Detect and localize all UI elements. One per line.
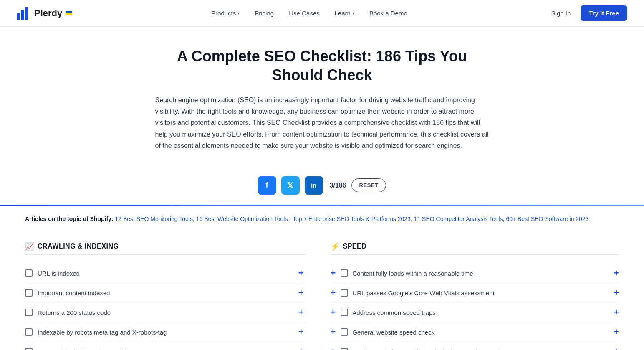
expand-speed-2-right[interactable]: + — [609, 288, 619, 297]
logo-icon — [17, 7, 32, 20]
crawling-item-2: Important content indexed + — [25, 283, 306, 303]
main-content: 📈 CRAWLING & INDEXING URL is indexed + I… — [0, 232, 644, 350]
checkbox-core-web-vitals[interactable] — [341, 289, 348, 297]
item-label-desktop-speed: Desktop website Speed Checks in the Sear… — [352, 348, 609, 350]
article-link-2[interactable]: 16 Best Website Optimization Tools — [196, 216, 288, 222]
hero-description: Search engine optimization (SEO) is an i… — [155, 94, 489, 151]
item-label-robots-txt: URL not blocked by robots.txt file — [38, 348, 292, 350]
expand-important-content[interactable]: + — [297, 288, 306, 297]
reset-button[interactable]: RESET — [351, 178, 386, 192]
crawling-icon: 📈 — [25, 242, 34, 251]
crawling-indexing-section: 📈 CRAWLING & INDEXING URL is indexed + I… — [25, 242, 322, 350]
expand-url-indexed[interactable]: + — [297, 269, 306, 278]
sign-in-button[interactable]: Sign In — [546, 6, 576, 20]
expand-speed-2-left[interactable]: + — [331, 288, 341, 297]
article-link-1[interactable]: 12 Best SEO Monitoring Tools — [115, 216, 193, 222]
expand-200-status[interactable]: + — [297, 308, 306, 317]
item-label-200-status: Returns a 200 status code — [38, 309, 292, 316]
article-link-4[interactable]: 11 SEO Competitor Analysis Tools — [414, 216, 503, 222]
item-label-robots-meta: Indexable by robots meta tag and X-robot… — [38, 329, 292, 336]
articles-label: Articles on the topic of Shopify: — [25, 216, 114, 222]
hero-section: A Complete SEO Checklist: 186 Tips You S… — [134, 27, 510, 165]
crawling-item-5: URL not blocked by robots.txt file + — [25, 342, 306, 350]
speed-item-3: + Address common speed traps + — [331, 303, 619, 322]
twitter-share-button[interactable]: 𝕏 — [281, 176, 300, 195]
ukraine-flag — [66, 11, 72, 15]
checkbox-desktop-speed[interactable] — [341, 348, 348, 350]
expand-robots-meta[interactable]: + — [297, 327, 306, 337]
logo-text: Plerdy — [34, 8, 62, 19]
speed-item-5: + Desktop website Speed Checks in the Se… — [331, 342, 619, 350]
header: Plerdy Products ▾ Pricing Use Cases Lear… — [0, 0, 644, 27]
main-nav: Products ▾ Pricing Use Cases Learn ▾ Boo… — [205, 6, 413, 20]
speed-section-header: ⚡ SPEED — [331, 242, 619, 255]
checklist-counter: 3/186 — [330, 182, 346, 189]
checkbox-speed-traps[interactable] — [341, 309, 348, 316]
checkbox-200-status[interactable] — [25, 309, 33, 316]
speed-item-1: + Content fully loads within a reasonabl… — [331, 264, 619, 283]
item-label-content-loads: Content fully loads within a reasonable … — [352, 270, 609, 277]
expand-speed-4-left[interactable]: + — [331, 327, 341, 337]
article-link-3[interactable]: Top 7 Enterprise SEO Tools & Platforms 2… — [293, 216, 411, 222]
nav-products[interactable]: Products ▾ — [205, 6, 245, 20]
social-bar: f 𝕏 in 3/186 RESET — [0, 165, 644, 205]
checkbox-general-speed[interactable] — [341, 328, 348, 336]
crawling-section-header: 📈 CRAWLING & INDEXING — [25, 242, 306, 255]
svg-rect-1 — [21, 10, 24, 20]
item-label-core-web-vitals: URL passes Google's Core Web Vitals asse… — [352, 289, 609, 297]
nav-book-demo[interactable]: Book a Demo — [364, 6, 413, 20]
speed-section-title: SPEED — [343, 243, 367, 250]
facebook-share-button[interactable]: f — [258, 176, 276, 195]
item-label-important-content: Important content indexed — [38, 289, 292, 297]
linkedin-icon: in — [311, 182, 316, 189]
expand-speed-5-right[interactable]: + — [609, 347, 619, 350]
expand-speed-4-right[interactable]: + — [609, 327, 619, 337]
svg-rect-0 — [17, 13, 20, 20]
checkbox-content-loads[interactable] — [341, 269, 348, 277]
speed-item-2: + URL passes Google's Core Web Vitals as… — [331, 283, 619, 303]
article-link-5[interactable]: 60+ Best SEO Software in 2023 — [506, 216, 588, 222]
expand-speed-1-right[interactable]: + — [609, 269, 619, 278]
twitter-icon: 𝕏 — [287, 181, 293, 190]
checkbox-url-indexed[interactable] — [25, 269, 33, 277]
checkbox-robots-meta[interactable] — [25, 328, 33, 336]
nav-use-cases[interactable]: Use Cases — [283, 6, 325, 20]
item-label-general-speed: General website speed check — [352, 329, 609, 336]
try-free-button[interactable]: Try It Free — [581, 5, 627, 21]
expand-speed-5-left[interactable]: + — [331, 347, 341, 350]
expand-speed-1-left[interactable]: + — [331, 269, 341, 278]
crawling-item-1: URL is indexed + — [25, 264, 306, 283]
facebook-icon: f — [266, 181, 268, 190]
expand-robots-txt[interactable]: + — [297, 347, 306, 350]
item-label-url-indexed: URL is indexed — [38, 270, 292, 277]
expand-speed-3-right[interactable]: + — [609, 308, 619, 317]
chevron-down-icon: ▾ — [237, 11, 240, 15]
header-actions: Sign In Try It Free — [546, 5, 627, 21]
checkbox-robots-txt[interactable] — [25, 348, 33, 350]
speed-section: ⚡ SPEED + Content fully loads within a r… — [322, 242, 619, 350]
linkedin-share-button[interactable]: in — [305, 176, 323, 195]
logo[interactable]: Plerdy — [17, 7, 72, 20]
articles-bar: Articles on the topic of Shopify: 12 Bes… — [0, 206, 644, 232]
nav-pricing[interactable]: Pricing — [249, 6, 280, 20]
crawling-item-4: Indexable by robots meta tag and X-robot… — [25, 322, 306, 342]
nav-learn[interactable]: Learn ▾ — [329, 6, 360, 20]
chevron-down-icon-learn: ▾ — [352, 11, 354, 15]
page-title: A Complete SEO Checklist: 186 Tips You S… — [151, 47, 493, 84]
speed-icon: ⚡ — [331, 242, 340, 251]
svg-rect-2 — [25, 7, 28, 20]
item-label-speed-traps: Address common speed traps — [352, 309, 609, 316]
crawling-item-3: Returns a 200 status code + — [25, 303, 306, 322]
checkbox-important-content[interactable] — [25, 289, 33, 297]
crawling-section-title: CRAWLING & INDEXING — [38, 243, 119, 250]
expand-speed-3-left[interactable]: + — [331, 308, 341, 317]
speed-item-4: + General website speed check + — [331, 322, 619, 342]
